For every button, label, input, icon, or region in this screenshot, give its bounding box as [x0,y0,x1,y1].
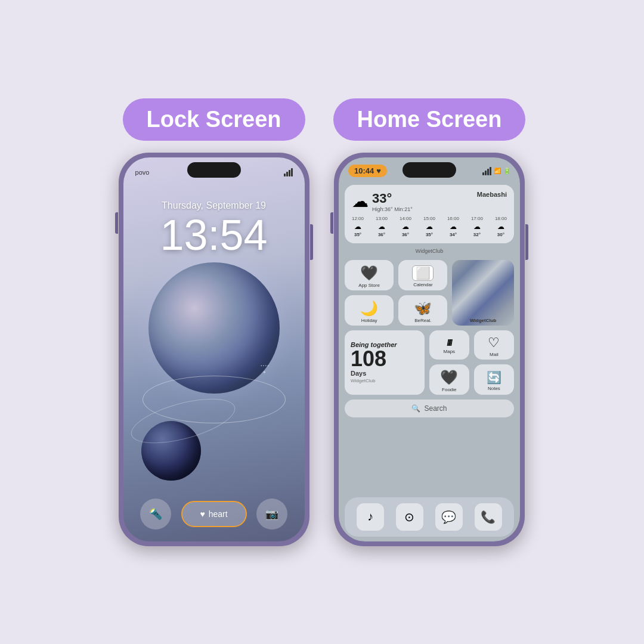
notes-icon[interactable]: 🔄 Notes [474,364,514,395]
lock-screen-badge: Lock Screen [123,98,305,141]
dock-messages[interactable]: 💬 [435,503,463,531]
home-screen-badge: Home Screen [333,98,526,141]
messages-icon: 💬 [441,510,456,524]
cloud-icon: ☁ [352,191,369,211]
weather-sub: High:36° Min:21° [372,206,413,212]
bereal-symbol: 🦋 [414,300,432,317]
home-screen-phone: 10:44 ♥ 📶 🔋 [334,153,525,546]
counter-number: 108 [351,348,419,370]
ls-camera-button[interactable]: 📷 [256,499,287,530]
ls-time: 13:54 [123,213,305,256]
ls-bottom-controls: 🔦 ♥ heart 📷 [123,493,305,541]
bottom-apps: Being together 108 Days WidgetClub //// … [345,330,514,395]
calendar-icon[interactable]: ⬜ Calendar [398,260,447,290]
counter-unit: Days [351,370,419,377]
ls-heart-button[interactable]: ♥ heart [181,501,247,527]
hs-status-right: 📶 🔋 [482,167,510,175]
weather-temp-main: 33° [372,191,413,206]
hs-dock: ♪ ⊙ 💬 📞 [345,497,514,537]
forecast-1800: 18:00 ☁ 30° [495,216,507,237]
widgetclub-large-widget[interactable]: WidgetClub [452,260,514,326]
dock-safari[interactable]: ⊙ [396,503,423,531]
forecast-1200: 12:00 ☁ 35° [352,216,364,237]
forecast-1400: 14:00 ☁ 36° [400,216,411,237]
hs-signal [482,167,491,175]
hs-time: 10:44 [354,166,374,175]
app-grid-left: 🖤 App Store ⬜ Calendar 🌙 Holiday [345,260,448,326]
marble-image: WidgetClub [452,260,514,326]
hs-content: ☁ 33° High:36° Min:21° Maebashi [339,181,520,495]
holiday-symbol: 🌙 [360,300,378,317]
notes-symbol: 🔄 [487,370,501,385]
widgetclub-large-label: WidgetClub [470,318,496,323]
hs-time-badge: 10:44 ♥ [348,165,387,177]
dock-music[interactable]: ♪ [357,503,384,531]
lock-screen-inner: povo Thursday, September 19 13:54 [123,157,305,541]
ls-planet-main [148,262,280,394]
app-store-label: App Store [358,283,380,288]
notes-label: Notes [488,386,500,391]
dock-phone[interactable]: 📞 [475,503,502,531]
torch-icon: 🔦 [149,507,162,521]
counter-widget[interactable]: Being together 108 Days WidgetClub [345,330,425,395]
home-screen-inner: 10:44 ♥ 📶 🔋 [339,157,520,541]
phone-icon: 📞 [481,510,496,524]
widgetclub-label-1: WidgetClub [345,248,514,254]
calendar-symbol: ⬜ [412,265,434,281]
home-screen-section: Home Screen 10:44 ♥ [333,98,526,546]
battery-icon: 🔋 [503,168,510,174]
music-icon: ♪ [367,510,373,524]
lock-screen-bg: povo Thursday, September 19 13:54 [123,157,305,541]
app-store-icon[interactable]: 🖤 App Store [345,260,394,290]
weather-temp-info: 33° High:36° Min:21° [372,191,413,212]
home-screen-bg: 10:44 ♥ 📶 🔋 [339,157,520,541]
hs-search-label: Search [424,404,447,413]
ls-notch [187,162,241,178]
counter-widget-label: WidgetClub [351,378,419,383]
app-store-symbol: 🖤 [360,265,378,281]
foodie-symbol: 🖤 [440,369,458,386]
maps-icon[interactable]: //// Maps [429,330,469,360]
weather-forecast: 12:00 ☁ 35° 13:00 ☁ 36° 14:00 [352,216,507,237]
lock-screen-section: Lock Screen povo Thursday, September [119,98,309,546]
forecast-1300: 13:00 ☁ 36° [376,216,388,237]
holiday-icon[interactable]: 🌙 Holiday [345,295,394,326]
foodie-label: Foodie [442,387,456,392]
forecast-1600: 16:00 ☁ 34° [447,216,459,237]
ls-planet-area: • • • • ✦ [123,256,305,493]
bereal-icon[interactable]: 🦋 BeReal. [398,295,447,326]
ls-dots: • • • • ✦ [261,364,268,375]
holiday-label: Holiday [361,318,377,323]
ls-signal [284,168,293,177]
small-apps-grid: //// Maps ♡ Mail 🖤 Foodie [429,330,514,395]
hs-notch [402,162,456,178]
maps-symbol: //// [447,338,452,348]
forecast-1700: 17:00 ☁ 32° [471,216,483,237]
calendar-label: Calendar [413,282,432,287]
mail-icon[interactable]: ♡ Mail [474,330,514,360]
safari-icon: ⊙ [404,510,414,524]
weather-left: ☁ 33° High:36° Min:21° [352,191,413,212]
search-icon: 🔍 [411,404,420,413]
heart-icon: ♥ [200,509,205,519]
weather-widget[interactable]: ☁ 33° High:36° Min:21° Maebashi [345,185,514,243]
weather-top: ☁ 33° High:36° Min:21° Maebashi [352,191,507,212]
lock-screen-phone: povo Thursday, September 19 13:54 [119,153,309,546]
foodie-icon[interactable]: 🖤 Foodie [429,364,469,395]
ls-carrier: povo [135,169,150,176]
camera-icon: 📷 [265,507,278,521]
app-section-1: 🖤 App Store ⬜ Calendar 🌙 Holiday [345,260,514,326]
ls-torch-button[interactable]: 🔦 [140,499,171,530]
ls-heart-label: heart [209,509,228,519]
weather-location: Maebashi [477,191,507,198]
mail-label: Mail [490,352,499,357]
wifi-icon: 📶 [494,168,501,174]
mail-symbol: ♡ [488,335,500,351]
ls-date: Thursday, September 19 [123,200,305,211]
hs-heart-icon: ♥ [376,166,381,175]
bereal-label: BeReal. [414,318,431,323]
maps-label: Maps [444,349,456,354]
forecast-1500: 15:00 ☁ 35° [423,216,435,237]
hs-search-bar[interactable]: 🔍 Search [345,400,514,417]
